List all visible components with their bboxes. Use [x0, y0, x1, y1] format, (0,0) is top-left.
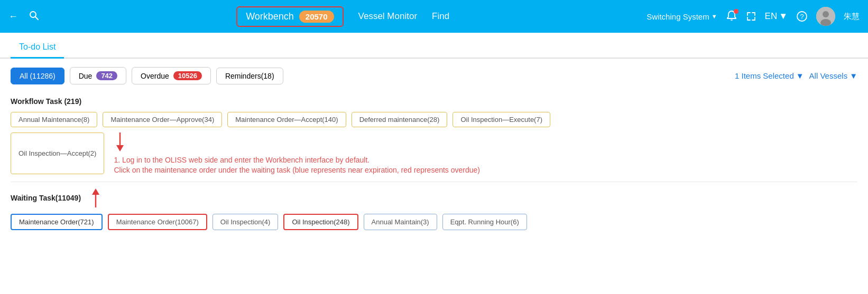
switching-system[interactable]: Switching System ▼ — [647, 12, 717, 21]
content-area: To-do List All (11286) Due 742 Overdue 1… — [0, 33, 868, 294]
annotation-block: 1. Log in to the OLISS web side and ente… — [109, 132, 480, 174]
topbar-left: ← — [8, 10, 39, 23]
filter-all-button[interactable]: All (11286) — [11, 68, 64, 84]
waiting-btn-5[interactable]: Eqpt. Running Hour(6) — [442, 214, 527, 230]
lang-selector[interactable]: EN ▼ — [765, 11, 788, 22]
workflow-task-buttons: Annual Maintenance(8) Maintenance Order—… — [0, 109, 868, 132]
items-selected-label: 1 Items Selected — [735, 71, 794, 80]
user-name[interactable]: 朱慧 — [844, 12, 860, 22]
annotation-arrow-down — [114, 132, 480, 153]
switching-system-label: Switching System — [647, 12, 709, 21]
annotation-arrow-up — [89, 188, 102, 207]
overdue-badge: 10526 — [173, 71, 202, 80]
filter-all-label: All (11286) — [20, 72, 56, 80]
items-selected-arrow: ▼ — [796, 71, 804, 80]
tabs-row: To-do List — [0, 33, 868, 59]
filter-due-label: Due — [79, 72, 93, 80]
all-vessels-label: All Vessels — [809, 71, 848, 80]
workflow-btn-5[interactable]: Oil Inspection—Accept(2) — [11, 132, 104, 174]
waiting-btn-0[interactable]: Maintenance Order(721) — [11, 214, 103, 230]
svg-text:?: ? — [800, 13, 804, 21]
back-icon[interactable]: ← — [8, 11, 18, 22]
workflow-btn-0[interactable]: Annual Maintenance(8) — [11, 112, 97, 127]
all-vessels-arrow: ▼ — [849, 71, 857, 80]
filter-overdue-button[interactable]: Overdue 10526 — [132, 67, 211, 84]
vessel-monitor-link[interactable]: Vessel Monitor — [358, 11, 418, 22]
waiting-btn-1[interactable]: Maintenance Order(10067) — [108, 214, 207, 230]
help-icon[interactable]: ? — [796, 11, 808, 22]
bell-button[interactable] — [726, 10, 737, 23]
waiting-btn-3[interactable]: Oil Inspection(248) — [283, 214, 358, 230]
bell-notification-dot — [734, 9, 738, 14]
due-badge: 742 — [96, 71, 117, 80]
svg-marker-10 — [92, 188, 99, 195]
workbench-badge: 20570 — [299, 11, 334, 23]
section-divider — [11, 182, 857, 182]
workflow-btn-2[interactable]: Maintenance Order—Accept(140) — [227, 112, 346, 127]
annotation-line1: 1. Log in to the OLISS web side and ente… — [114, 154, 480, 166]
workflow-btn-4[interactable]: Oil Inspection—Execute(7) — [453, 112, 550, 127]
filter-row: All (11286) Due 742 Overdue 10526 Remind… — [0, 59, 868, 93]
waiting-btn-2[interactable]: Oil Inspection(4) — [213, 214, 279, 230]
filter-reminders-button[interactable]: Reminders(18) — [216, 68, 283, 84]
all-vessels[interactable]: All Vessels ▼ — [809, 71, 857, 80]
workflow-section-header: Workflow Task (219) — [0, 93, 868, 109]
expand-icon[interactable] — [746, 11, 756, 22]
lang-label: EN — [765, 11, 778, 22]
topbar-right: Switching System ▼ EN ▼ ? — [647, 7, 860, 26]
filter-reminders-label: Reminders(18) — [225, 72, 274, 80]
search-icon[interactable] — [29, 10, 39, 23]
find-link[interactable]: Find — [432, 11, 449, 22]
filter-due-button[interactable]: Due 742 — [70, 67, 126, 84]
workbench-label: Workbench — [246, 11, 294, 22]
avatar[interactable] — [816, 7, 835, 26]
filter-overdue-label: Overdue — [141, 72, 169, 80]
waiting-btn-4[interactable]: Annual Maintain(3) — [364, 214, 437, 230]
workflow-btn-1[interactable]: Maintenance Order—Approve(34) — [103, 112, 222, 127]
lang-arrow: ▼ — [779, 11, 788, 22]
items-selected[interactable]: 1 Items Selected ▼ — [735, 71, 804, 80]
switching-system-arrow: ▼ — [712, 13, 717, 20]
topbar: ← Workbench 20570 Vessel Monitor Find Sw… — [0, 0, 868, 33]
waiting-task-buttons: Maintenance Order(721) Maintenance Order… — [0, 211, 868, 236]
workflow-task-buttons-row2: Oil Inspection—Accept(2) 1. Log in to th… — [0, 132, 868, 179]
topbar-center: Workbench 20570 Vessel Monitor Find — [52, 6, 634, 27]
workbench-tab[interactable]: Workbench 20570 — [236, 6, 343, 27]
waiting-section-header: Waiting Task(11049) — [11, 194, 81, 202]
waiting-section-row: Waiting Task(11049) — [0, 184, 868, 211]
workflow-btn-3[interactable]: Deferred maintenance(28) — [352, 112, 448, 127]
svg-point-5 — [823, 11, 829, 17]
tab-todo-list[interactable]: To-do List — [11, 38, 64, 59]
svg-marker-8 — [116, 145, 124, 151]
annotation-line2: Click on the maintenance order under the… — [114, 166, 480, 174]
svg-line-1 — [35, 17, 38, 20]
